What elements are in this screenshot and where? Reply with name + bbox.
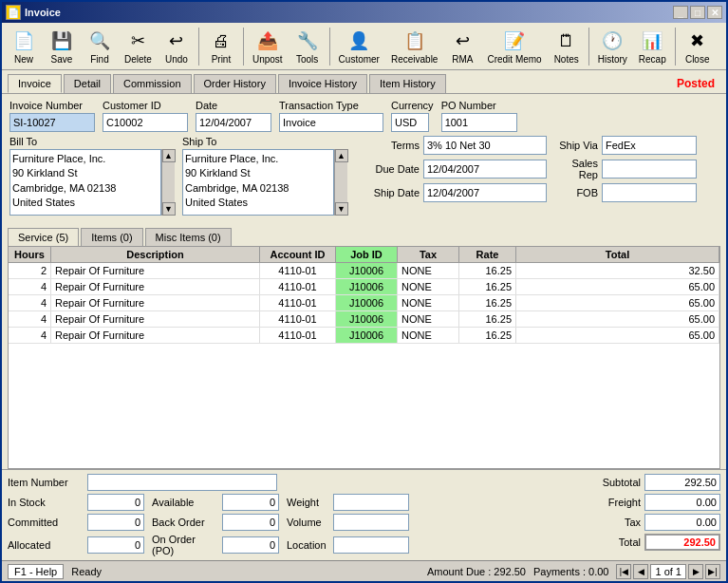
fob-input[interactable] [602, 183, 697, 202]
sub-tab-items[interactable]: Items (0) [81, 228, 142, 246]
item-number-input[interactable] [87, 474, 277, 491]
col-total: Total [516, 247, 719, 262]
receivable-icon: 📋 [401, 28, 428, 54]
back-order-input[interactable] [222, 514, 279, 531]
ship-date-input[interactable] [423, 183, 547, 202]
close-icon: ✖ [684, 28, 711, 54]
po-number-input[interactable] [441, 113, 517, 132]
total-label: Total [584, 536, 641, 548]
ship-to-scrollbar[interactable]: ▲ ▼ [334, 149, 347, 216]
tools-button[interactable]: 🔧 Tools [289, 25, 326, 67]
currency-input[interactable] [391, 113, 429, 132]
cell-job-id: J10006 [336, 263, 398, 278]
back-order-label: Back Order [152, 517, 218, 528]
cell-description: Repair Of Furniture [51, 311, 260, 327]
ship-scroll-down-btn[interactable]: ▼ [335, 202, 348, 216]
nav-prev-button[interactable]: ◀ [633, 564, 648, 579]
notes-icon: 🗒 [553, 28, 580, 54]
tab-item-history[interactable]: Item History [369, 74, 446, 93]
ship-to-box[interactable]: Furniture Place, Inc. 90 Kirkland St Cam… [182, 149, 334, 216]
weight-input[interactable] [333, 494, 409, 511]
tax-input[interactable] [644, 514, 720, 531]
undo-label: Undo [165, 54, 188, 65]
terms-input[interactable] [423, 136, 547, 155]
due-date-input[interactable] [423, 160, 547, 179]
scroll-up-btn[interactable]: ▲ [162, 149, 176, 162]
table-row[interactable]: 4 Repair Of Furniture 4110-01 J10006 NON… [9, 328, 719, 344]
cell-rate: 16.25 [459, 311, 516, 327]
save-label: Save [51, 54, 73, 65]
invoice-number-input[interactable] [9, 113, 95, 132]
ship-scroll-up-btn[interactable]: ▲ [335, 149, 348, 162]
ship-via-input[interactable] [602, 136, 697, 155]
allocated-input[interactable] [87, 536, 144, 554]
history-button[interactable]: 🕐 History [593, 25, 632, 67]
recap-button[interactable]: 📊 Recap [634, 25, 671, 67]
table-row[interactable]: 4 Repair Of Furniture 4110-01 J10006 NON… [9, 295, 719, 311]
service-grid: Hours Description Account ID Job ID Tax … [8, 246, 720, 469]
nav-last-button[interactable]: ▶| [705, 564, 720, 579]
maximize-button[interactable]: □ [690, 6, 705, 19]
amount-due-label: Amount Due : 292.50 [427, 566, 526, 577]
undo-button[interactable]: ↩ Undo [159, 25, 195, 67]
nav-next-button[interactable]: ▶ [688, 564, 703, 579]
close-window-button[interactable]: ✕ [707, 6, 722, 19]
cell-total: 32.50 [516, 263, 719, 278]
in-stock-input[interactable] [87, 494, 144, 511]
save-button[interactable]: 💾 Save [44, 25, 80, 67]
print-button[interactable]: 🖨 Print [203, 25, 239, 67]
minimize-button[interactable]: _ [673, 6, 688, 19]
ready-label: Ready [71, 566, 420, 577]
notes-button[interactable]: 🗒 Notes [549, 25, 585, 67]
sales-rep-input[interactable] [602, 160, 697, 179]
scroll-down-btn[interactable]: ▼ [162, 202, 176, 216]
on-order-input[interactable] [222, 536, 279, 554]
tools-icon: 🔧 [294, 28, 321, 54]
tab-order-history[interactable]: Order History [194, 74, 276, 93]
cell-tax: NONE [398, 263, 459, 278]
cell-description: Repair Of Furniture [51, 328, 260, 343]
print-icon: 🖨 [208, 28, 234, 54]
available-input[interactable] [222, 494, 279, 511]
location-input[interactable] [333, 536, 409, 554]
total-input[interactable] [644, 534, 720, 551]
new-button[interactable]: 📄 New [6, 25, 42, 67]
receivable-button[interactable]: 📋 Receivable [386, 25, 442, 67]
committed-input[interactable] [87, 514, 144, 531]
date-group: Date [196, 100, 271, 132]
credit-memo-button[interactable]: 📝 Credit Memo [482, 25, 546, 67]
col-hours: Hours [9, 247, 51, 262]
bill-to-box[interactable]: Furniture Place, Inc. 90 Kirkland St Cam… [9, 149, 161, 216]
tab-commission[interactable]: Commission [113, 74, 192, 93]
subtotal-input[interactable] [644, 474, 720, 491]
tab-detail[interactable]: Detail [64, 74, 111, 93]
transaction-type-input[interactable] [279, 113, 383, 132]
freight-input[interactable] [644, 494, 720, 511]
bill-to-scrollbar[interactable]: ▲ ▼ [161, 149, 175, 216]
customer-button[interactable]: 👤 Customer [334, 25, 384, 67]
tab-invoice[interactable]: Invoice [8, 74, 62, 93]
table-row[interactable]: 4 Repair Of Furniture 4110-01 J10006 NON… [9, 279, 719, 295]
rma-button[interactable]: ↩ RMA [444, 25, 480, 67]
volume-input[interactable] [333, 514, 409, 531]
tab-invoice-history[interactable]: Invoice History [278, 74, 367, 93]
sub-tab-misc-items[interactable]: Misc Items (0) [145, 228, 232, 246]
transaction-type-group: Transaction Type [279, 100, 383, 132]
close-button[interactable]: ✖ Close [680, 25, 716, 67]
main-tab-bar: Invoice Detail Commission Order History … [2, 70, 726, 94]
unpost-button[interactable]: 📤 Unpost [248, 25, 288, 67]
cell-total: 65.00 [516, 295, 719, 310]
date-input[interactable] [196, 113, 271, 132]
subtotal-label: Subtotal [584, 477, 641, 488]
find-button[interactable]: 🔍 Find [82, 25, 118, 67]
delete-button[interactable]: ✂ Delete [120, 25, 157, 67]
sub-tab-service[interactable]: Service (5) [8, 228, 79, 246]
find-icon: 🔍 [86, 28, 113, 54]
table-row[interactable]: 2 Repair Of Furniture 4110-01 J10006 NON… [9, 263, 719, 279]
help-label[interactable]: F1 - Help [8, 564, 64, 579]
table-row[interactable]: 4 Repair Of Furniture 4110-01 J10006 NON… [9, 311, 719, 328]
item-number-row: Item Number [8, 474, 576, 491]
nav-first-button[interactable]: |◀ [616, 564, 631, 579]
customer-id-input[interactable] [103, 113, 188, 132]
bill-to-label: Bill To [9, 136, 175, 147]
